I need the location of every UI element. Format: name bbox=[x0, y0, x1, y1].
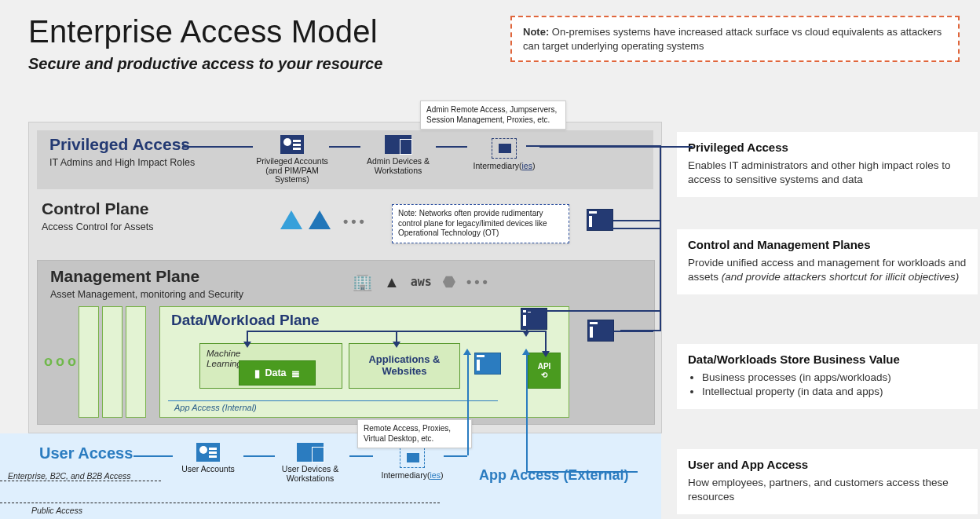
flow-line bbox=[467, 355, 469, 455]
flow-line bbox=[396, 331, 397, 342]
privileged-intermediary: Intermediary(ies) bbox=[461, 138, 547, 171]
flow-line bbox=[444, 455, 467, 457]
desc-privileged-heading: Privileged Access bbox=[688, 140, 967, 155]
cloud-providers-row: 🏢 ▲ aws ••• bbox=[352, 272, 491, 292]
user-accounts: User Accounts bbox=[165, 443, 251, 474]
pyramid-icon bbox=[280, 210, 302, 229]
arrow-down-icon bbox=[542, 351, 550, 357]
browser-icon bbox=[474, 353, 501, 375]
admin-devices-caption: Admin Devices & Workstations bbox=[355, 157, 441, 175]
desc-user-heading: User and App Access bbox=[688, 457, 967, 473]
aws-icon: aws bbox=[411, 275, 432, 289]
browser-icon bbox=[587, 209, 613, 231]
user-access-title: User Access bbox=[39, 444, 133, 462]
flow-line bbox=[247, 331, 248, 342]
database-icon: ≣ bbox=[291, 367, 300, 379]
arrow-up-icon bbox=[463, 349, 471, 355]
data-workload-title: Data/Workload Plane bbox=[171, 312, 320, 329]
desc-control-mgmt: Control and Management Planes Provide un… bbox=[677, 229, 978, 294]
privileged-intermediary-caption: Intermediary(ies) bbox=[474, 162, 536, 171]
desc-user-body: How employees, partners, and customers a… bbox=[688, 476, 967, 504]
app-access-internal: App Access (Internal) bbox=[174, 403, 257, 412]
privileged-accounts-caption: Privileged Accounts (and PIM/PAM Systems… bbox=[249, 157, 335, 185]
privileged-sub: IT Admins and High Impact Roles bbox=[49, 157, 195, 168]
desc-data-b2: Intellectual property (in data and apps) bbox=[702, 385, 967, 399]
azure-icon: ▲ bbox=[384, 273, 400, 291]
privileged-accounts: Privileged Accounts (and PIM/PAM Systems… bbox=[249, 135, 335, 185]
dashed-divider bbox=[0, 481, 161, 481]
user-intermediary-caption: Intermediary(ies) bbox=[382, 471, 444, 481]
management-sub: Asset Management, monitoring and Securit… bbox=[50, 289, 243, 300]
admin-devices: Admin Devices & Workstations bbox=[355, 135, 441, 175]
flow-line bbox=[612, 228, 661, 229]
user-accounts-caption: User Accounts bbox=[181, 465, 235, 474]
management-title: Management Plane bbox=[50, 267, 199, 286]
account-icon bbox=[280, 135, 304, 154]
dashed-divider bbox=[0, 503, 440, 503]
tier-management: Management Plane Asset Management, monit… bbox=[37, 260, 655, 425]
flow-line bbox=[182, 146, 253, 148]
file-icon: ▮ bbox=[254, 367, 260, 379]
user-devices: User Devices & Workstations bbox=[267, 443, 353, 483]
building-icon: 🏢 bbox=[352, 272, 373, 292]
onprem-note-text: On-premises systems have increased attac… bbox=[523, 26, 942, 52]
flow-line bbox=[613, 220, 660, 221]
arrow-down-icon bbox=[393, 342, 400, 348]
intermediary-icon bbox=[400, 448, 425, 468]
browser-icon bbox=[587, 320, 614, 342]
desc-user: User and App Access How employees, partn… bbox=[677, 449, 978, 514]
flow-line bbox=[247, 331, 545, 332]
control-title: Control Plane bbox=[42, 199, 149, 218]
arrow-down-icon bbox=[522, 331, 530, 337]
intermediary-icon bbox=[492, 138, 517, 159]
page-subtitle: Secure and productive access to your res… bbox=[28, 55, 382, 73]
user-intermediary-callout: Remote Access, Proxies, Virtual Desktop,… bbox=[357, 419, 472, 448]
data-chip: ▮ Data ≣ bbox=[239, 360, 316, 386]
intermediary-link[interactable]: ies bbox=[521, 161, 532, 170]
flow-line bbox=[526, 310, 528, 332]
privileged-intermediary-callout: Admin Remote Access, Jumpservers, Sessio… bbox=[420, 101, 566, 130]
privileged-title: Privileged Access bbox=[49, 135, 190, 154]
user-intermediary: Intermediary(ies) bbox=[369, 448, 455, 481]
public-access-note: Public Access bbox=[31, 506, 82, 515]
ellipsis-icon: ooo bbox=[44, 353, 79, 370]
data-workload-plane: Data/Workload Plane Machine Learning (ML… bbox=[159, 306, 569, 418]
arrow-up-icon bbox=[522, 349, 530, 355]
flow-line bbox=[526, 310, 661, 312]
diagram-frame: Privileged Access IT Admins and High Imp… bbox=[28, 122, 662, 433]
desc-data-b1: Business processes (in apps/workloads) bbox=[702, 371, 967, 385]
enterprise-access-note: Enterprise, B2C, and B2B Access bbox=[8, 471, 131, 481]
onprem-note-label: Note: bbox=[523, 26, 549, 38]
app-access-external: App Access (External) bbox=[479, 467, 628, 484]
tier-privileged: Privileged Access IT Admins and High Imp… bbox=[37, 130, 653, 189]
apps-box: Applications & Websites bbox=[349, 343, 460, 389]
workload-stack bbox=[79, 306, 149, 416]
pyramid-icon bbox=[309, 210, 331, 229]
hexagon-icon bbox=[443, 276, 455, 288]
flow-line bbox=[526, 145, 660, 147]
desc-privileged: Privileged Access Enables IT administrat… bbox=[677, 132, 978, 197]
api-icon: ⟲ bbox=[541, 371, 547, 379]
desc-control-mgmt-heading: Control and Management Planes bbox=[688, 237, 967, 253]
control-sub: Access Control for Assets bbox=[42, 221, 153, 232]
api-chip: API ⟲ bbox=[528, 353, 561, 389]
arrow-down-icon bbox=[243, 342, 251, 348]
page-title: Enterprise Access Model bbox=[28, 14, 378, 49]
devices-icon bbox=[297, 443, 324, 462]
onprem-note: Note: On-premises systems have increased… bbox=[510, 16, 960, 62]
desc-data-heading: Data/Workloads Store Business Value bbox=[688, 352, 967, 367]
devices-icon bbox=[385, 135, 411, 154]
desc-data: Data/Workloads Store Business Value Busi… bbox=[677, 344, 978, 409]
account-icon bbox=[196, 443, 220, 462]
ellipsis-icon: ••• bbox=[343, 214, 368, 230]
flow-trunk bbox=[660, 145, 661, 330]
ellipsis-icon: ••• bbox=[466, 274, 491, 291]
desc-privileged-body: Enables IT administrators and other high… bbox=[688, 159, 967, 187]
flow-line bbox=[545, 331, 547, 351]
user-devices-caption: User Devices & Workstations bbox=[267, 465, 353, 483]
flow-line bbox=[620, 330, 661, 331]
flow-line bbox=[168, 400, 498, 401]
intermediary-link[interactable]: ies bbox=[430, 470, 440, 480]
control-plane-note: Note: Networks often provide rudimentary… bbox=[392, 204, 569, 243]
desc-control-mgmt-body: Provide unified access and management fo… bbox=[688, 256, 967, 284]
